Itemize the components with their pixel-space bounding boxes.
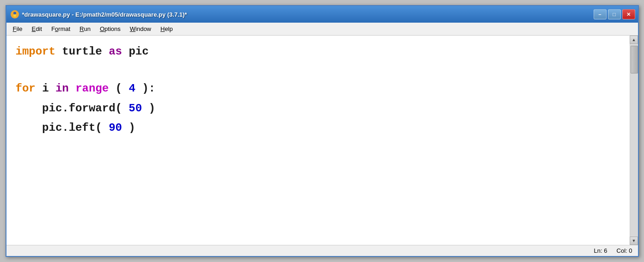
main-window: *drawasquare.py - E:/pmath2/m05/drawasqu… (6, 5, 639, 257)
scroll-down-button[interactable]: ▼ (630, 237, 638, 245)
code-num4: 4 (129, 82, 135, 95)
code-left: pic.left( (16, 122, 102, 134)
code-forward: pic.forward( (16, 102, 122, 115)
menu-help[interactable]: Help (156, 24, 178, 34)
menu-format[interactable]: Format (47, 24, 75, 34)
scroll-thumb[interactable] (631, 46, 638, 73)
code-num50: 50 (129, 102, 142, 115)
code-num90: 90 (109, 122, 122, 134)
app-icon (10, 10, 19, 19)
code-paren2: ) (149, 102, 155, 115)
close-button[interactable]: ✕ (622, 9, 635, 19)
minimize-button[interactable]: – (594, 9, 607, 19)
vertical-scrollbar: ▲ ▼ (630, 36, 638, 245)
scroll-up-button[interactable]: ▲ (630, 36, 638, 44)
menu-edit[interactable]: Edit (27, 24, 46, 34)
code-paren3: ) (129, 122, 135, 134)
code-line-1: import turtle as pic (16, 43, 620, 61)
code-line-4: pic.forward( 50 ) (16, 100, 620, 117)
kw-for: for (16, 82, 36, 95)
scroll-track[interactable] (630, 44, 638, 237)
kw-as: as (109, 45, 122, 58)
code-paren1: ( (116, 82, 122, 95)
code-editor[interactable]: import turtle as pic for i in range ( 4 … (6, 36, 630, 245)
code-line-3: for i in range ( 4 ): (16, 80, 620, 97)
col-number: Col: 0 (617, 247, 632, 254)
menu-file[interactable]: File (8, 24, 27, 34)
kw-import: import (16, 45, 55, 58)
window-title: *drawasquare.py - E:/pmath2/m05/drawasqu… (22, 11, 187, 18)
menu-run[interactable]: Run (75, 24, 95, 34)
code-i: i (42, 82, 55, 95)
editor-container: import turtle as pic for i in range ( 4 … (6, 36, 638, 245)
code-line-5: pic.left( 90 ) (16, 119, 620, 137)
kw-in: in (55, 82, 69, 95)
menu-window[interactable]: Window (125, 24, 156, 34)
kw-range: range (75, 82, 109, 95)
title-bar-left: *drawasquare.py - E:/pmath2/m05/drawasqu… (10, 10, 187, 19)
maximize-button[interactable]: □ (608, 9, 621, 19)
title-bar: *drawasquare.py - E:/pmath2/m05/drawasqu… (6, 6, 638, 23)
code-pic1: pic (129, 45, 148, 58)
menu-options[interactable]: Options (95, 24, 125, 34)
status-bar: Ln: 6 Col: 0 (6, 245, 638, 256)
code-colon: ): (142, 82, 155, 95)
code-turtle: turtle (62, 45, 109, 58)
code-line-empty (16, 62, 620, 80)
menu-bar: File Edit Format Run Options Window Help (6, 23, 638, 36)
title-bar-buttons: – □ ✕ (594, 9, 635, 19)
line-number: Ln: 6 (594, 247, 607, 254)
